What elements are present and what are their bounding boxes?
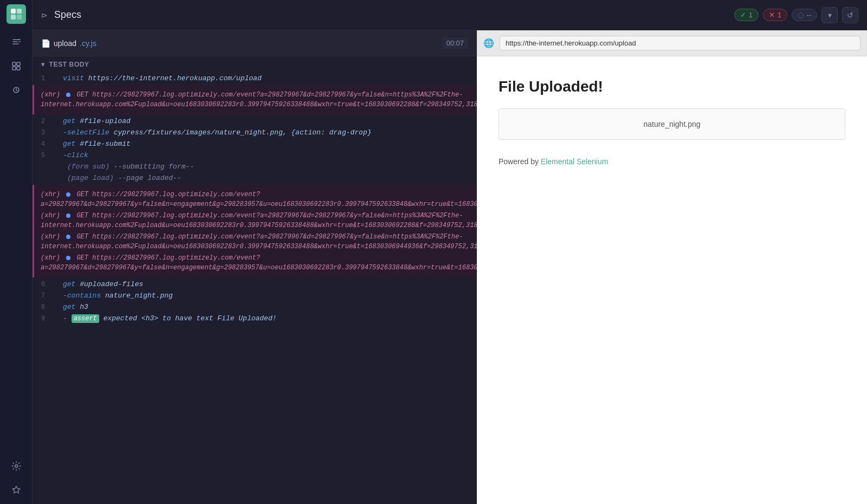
uploaded-filename: nature_night.png xyxy=(643,120,700,128)
code-line-4: 4 get #file-submit xyxy=(33,138,477,150)
xhr-block-1: (xhr) GET https://298279967.log.optimize… xyxy=(33,85,477,114)
app-logo[interactable] xyxy=(7,4,26,24)
sidebar-item-specs[interactable] xyxy=(7,33,26,52)
xhr-line-1: (xhr) GET https://298279967.log.optimize… xyxy=(41,90,468,109)
file-doc-icon: 📄 xyxy=(41,39,50,48)
line-content-7: -contains nature_night.png xyxy=(63,292,468,300)
running-badge: ◌ -- xyxy=(792,9,817,21)
code-line-5: 5 -click xyxy=(33,150,477,161)
running-spin-icon: ◌ xyxy=(798,11,804,19)
browser-content: File Uploaded! nature_night.png Powered … xyxy=(477,56,867,504)
svg-rect-6 xyxy=(12,67,16,70)
topbar: ⊳ Specs ✓ 1 ✕ 1 ◌ -- ▾ ↺ xyxy=(33,0,867,30)
sidebar-item-debug[interactable] xyxy=(7,80,26,100)
file-name: 📄 upload .cy.js xyxy=(41,39,96,48)
xhr-dot-icon-2c xyxy=(66,235,70,239)
svg-rect-0 xyxy=(11,9,16,14)
fail-count: 1 xyxy=(778,11,781,19)
code-line-3: 3 -selectFile cypress/fixtures/images/na… xyxy=(33,127,477,138)
sidebar xyxy=(0,0,33,504)
content-area: 📄 upload .cy.js 00:07 ▾ TEST BODY 1 visi… xyxy=(33,30,867,504)
svg-rect-1 xyxy=(17,9,22,14)
code-line-8: 8 get h3 xyxy=(33,301,477,313)
browser-url-input[interactable] xyxy=(500,36,860,50)
svg-rect-5 xyxy=(17,62,20,66)
xhr-line-2b: (xhr) GET https://298279967.log.optimize… xyxy=(41,211,468,230)
line-num-4: 4 xyxy=(41,140,54,148)
test-panel: 📄 upload .cy.js 00:07 ▾ TEST BODY 1 visi… xyxy=(33,30,477,504)
section-header: ▾ TEST BODY xyxy=(33,56,477,73)
svg-rect-2 xyxy=(11,15,16,20)
line-content-2: get #file-upload xyxy=(63,117,468,125)
filename-main: upload xyxy=(54,39,76,48)
cmd-url-1: https://the-internet.herokuapp.com/uploa… xyxy=(88,74,262,82)
xhr-block-2: (xhr) GET https://298279967.log.optimize… xyxy=(33,185,477,277)
code-line-1: 1 visit https://the-internet.herokuapp.c… xyxy=(33,73,477,84)
main-panel: ⊳ Specs ✓ 1 ✕ 1 ◌ -- ▾ ↺ 📄 xyxy=(33,0,867,504)
fail-x-icon: ✕ xyxy=(769,11,775,19)
svg-point-9 xyxy=(15,465,17,468)
test-body[interactable]: ▾ TEST BODY 1 visit https://the-internet… xyxy=(33,56,477,504)
code-line-9: 9 - assert expected <h3> to have text Fi… xyxy=(33,313,477,324)
line-num-7: 7 xyxy=(41,292,54,300)
cmd-visit: visit xyxy=(63,74,84,82)
code-line-2: 2 get #file-upload xyxy=(33,115,477,127)
powered-by-text: Powered by Elemental Selenium xyxy=(499,157,845,166)
line-num-6: 6 xyxy=(41,280,54,288)
line-content-4: get #file-submit xyxy=(63,140,468,148)
running-text: -- xyxy=(806,11,811,19)
line-content-5: -click xyxy=(63,151,468,159)
globe-icon: 🌐 xyxy=(483,38,494,48)
assert-keyword: assert xyxy=(72,314,99,323)
elemental-selenium-link[interactable]: Elemental Selenium xyxy=(541,157,609,166)
line-content-6: get #uploaded-files xyxy=(63,280,468,288)
sidebar-item-tests[interactable] xyxy=(7,56,26,76)
xhr-dot-icon-2d xyxy=(66,256,70,260)
code-sub-line-5b: (page load) --page loaded-- xyxy=(33,172,477,184)
svg-rect-3 xyxy=(17,15,22,20)
xhr-dot-icon-2b xyxy=(66,214,70,218)
line-num-2: 2 xyxy=(41,117,54,125)
xhr-dot-icon-2a xyxy=(66,192,70,197)
xhr-line-2d: (xhr) GET https://298279967.log.optimize… xyxy=(41,253,468,273)
line-content-1: visit https://the-internet.herokuapp.com… xyxy=(63,74,468,82)
sidebar-item-plugins[interactable] xyxy=(7,480,26,500)
line-content-8: get h3 xyxy=(63,303,468,311)
svg-rect-4 xyxy=(12,62,16,66)
line-num-1: 1 xyxy=(41,74,54,82)
xhr-line-2a: (xhr) GET https://298279967.log.optimize… xyxy=(41,190,468,209)
line-num-5: 5 xyxy=(41,151,54,159)
browser-bar: 🌐 xyxy=(477,30,867,56)
code-sub-line-5a: (form sub) --submitting form-- xyxy=(33,161,477,172)
topbar-chevron-icon: ⊳ xyxy=(41,11,48,20)
code-line-6: 6 get #uploaded-files xyxy=(33,279,477,290)
file-header: 📄 upload .cy.js 00:07 xyxy=(33,30,477,56)
line-num-9: 9 xyxy=(41,314,54,322)
filename-ext: .cy.js xyxy=(80,39,96,48)
fail-badge: ✕ 1 xyxy=(763,9,787,21)
pass-badge: ✓ 1 xyxy=(734,9,759,21)
xhr-line-2c: (xhr) GET https://298279967.log.optimize… xyxy=(41,232,468,251)
pass-check-icon: ✓ xyxy=(740,11,746,19)
pass-count: 1 xyxy=(749,11,753,19)
line-num-8: 8 xyxy=(41,303,54,311)
section-chevron-icon: ▾ xyxy=(41,61,45,68)
xhr-dot-icon xyxy=(66,93,70,97)
page-title: File Uploaded! xyxy=(499,78,845,95)
line-content-9: - assert expected <h3> to have text File… xyxy=(63,314,468,322)
topbar-title: Specs xyxy=(54,9,728,21)
file-timer: 00:07 xyxy=(442,37,468,49)
dropdown-button[interactable]: ▾ xyxy=(821,7,838,23)
line-num-3: 3 xyxy=(41,128,54,137)
line-content-3: -selectFile cypress/fixtures/images/natu… xyxy=(63,128,468,137)
refresh-button[interactable]: ↺ xyxy=(842,7,858,23)
preview-panel: 🌐 File Uploaded! nature_night.png Powere… xyxy=(477,30,867,504)
svg-rect-7 xyxy=(17,67,20,70)
sidebar-item-settings[interactable] xyxy=(7,456,26,476)
section-label: TEST BODY xyxy=(49,61,89,68)
topbar-controls: ✓ 1 ✕ 1 ◌ -- ▾ ↺ xyxy=(734,7,858,23)
upload-result-box: nature_night.png xyxy=(499,108,845,140)
code-line-7: 7 -contains nature_night.png xyxy=(33,290,477,301)
